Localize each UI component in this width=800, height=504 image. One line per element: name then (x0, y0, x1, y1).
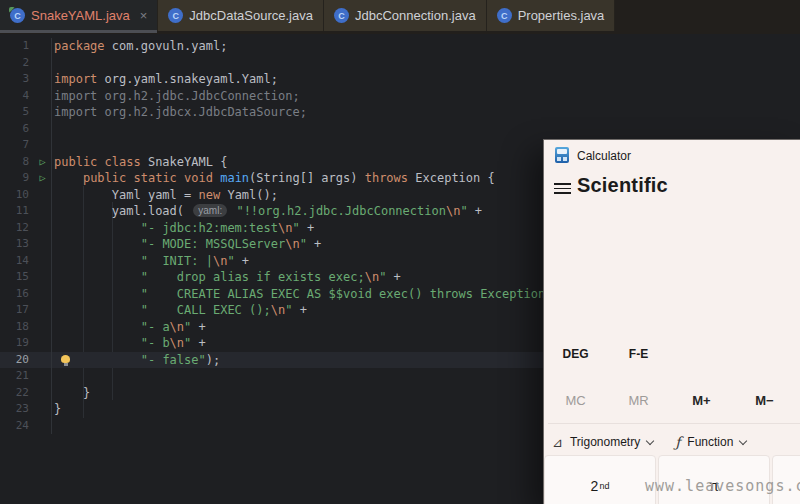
gutter-glyph (34, 203, 51, 220)
tab-jdbcconnection-java[interactable]: CJdbcConnection.java (324, 0, 487, 31)
class-icon: C (334, 8, 349, 23)
chevron-down-icon (739, 436, 747, 444)
tab-label: Properties.java (518, 8, 605, 23)
memory-button-mc: MC (544, 393, 607, 408)
gutter-glyph (34, 121, 51, 138)
code-line-5[interactable]: 5import org.h2.jdbcx.JdbcDataSource; (0, 104, 800, 121)
gutter-glyph (34, 88, 51, 105)
memory-button-m[interactable]: M+ (670, 393, 733, 408)
class-icon: C (497, 8, 512, 23)
calculator-app-icon (555, 147, 569, 163)
close-icon[interactable]: × (140, 9, 148, 22)
line-number: 6 (0, 121, 34, 138)
hamburger-menu-icon[interactable] (554, 183, 571, 194)
gutter-glyph (34, 220, 51, 237)
calculator-window: Calculator Scientific DEG F-E MCMRM+M− ⊿… (543, 139, 800, 504)
code-text (51, 55, 800, 72)
code-text: package com.govuln.yaml; (51, 38, 800, 55)
triangle-icon: ⊿ (552, 435, 563, 450)
code-line-6[interactable]: 6 (0, 121, 800, 138)
inlay-hint: yaml: (193, 204, 227, 217)
line-number: 4 (0, 88, 34, 105)
code-line-1[interactable]: 1package com.govuln.yaml; (0, 38, 800, 55)
gutter-glyph (34, 269, 51, 286)
line-number: 3 (0, 71, 34, 88)
gutter-glyph (34, 253, 51, 270)
key-2nd[interactable]: 2nd (544, 455, 656, 504)
line-number: 24 (0, 418, 34, 435)
chevron-down-icon (646, 436, 654, 444)
gutter-glyph (34, 319, 51, 336)
line-number: 18 (0, 319, 34, 336)
code-text: import org.yaml.snakeyaml.Yaml; (51, 71, 800, 88)
gutter-glyph (34, 352, 51, 369)
line-number: 2 (0, 55, 34, 72)
line-number: 9 (0, 170, 34, 187)
line-number: 16 (0, 286, 34, 303)
gutter-glyph (34, 368, 51, 385)
dropdown-label: Function (687, 435, 733, 449)
line-number: 23 (0, 401, 34, 418)
calculator-window-title: Calculator (577, 149, 631, 163)
gutter-glyph (34, 286, 51, 303)
tab-label: JdbcDataSource.java (189, 8, 313, 23)
dropdown-label: Trigonometry (570, 435, 640, 449)
line-number: 14 (0, 253, 34, 270)
memory-button-mr: MR (607, 393, 670, 408)
line-number: 12 (0, 220, 34, 237)
watermark-text: www.leavesongs.com (645, 477, 800, 495)
gutter-glyph (34, 236, 51, 253)
tab-properties-java[interactable]: CProperties.java (487, 0, 616, 31)
code-line-3[interactable]: 3import org.yaml.snakeyaml.Yaml; (0, 71, 800, 88)
gutter-glyph (34, 187, 51, 204)
code-line-4[interactable]: 4import org.h2.jdbc.JdbcConnection; (0, 88, 800, 105)
line-number: 17 (0, 302, 34, 319)
code-line-2[interactable]: 2 (0, 55, 800, 72)
tab-snakeyaml-java[interactable]: CSnakeYAML.java× (0, 0, 158, 31)
line-number: 13 (0, 236, 34, 253)
memory-button-m[interactable]: M− (733, 393, 796, 408)
line-number: 20 (0, 352, 34, 369)
calculator-mode-title: Scientific (577, 174, 668, 197)
run-icon[interactable]: ▷ (34, 170, 51, 187)
line-number: 8 (0, 154, 34, 171)
gutter-glyph (34, 418, 51, 435)
gutter-glyph (34, 385, 51, 402)
code-text: import org.h2.jdbcx.JdbcDataSource; (51, 104, 800, 121)
intention-bulb-icon[interactable] (61, 355, 70, 363)
line-number: 11 (0, 203, 34, 220)
gutter-glyph (34, 55, 51, 72)
line-number: 7 (0, 137, 34, 154)
tab-jdbcdatasource-java[interactable]: CJdbcDataSource.java (158, 0, 324, 31)
divider (548, 423, 800, 424)
line-number: 15 (0, 269, 34, 286)
run-icon[interactable]: ▷ (34, 154, 51, 171)
tab-label: JdbcConnection.java (355, 8, 476, 23)
line-number: 1 (0, 38, 34, 55)
line-number: 21 (0, 368, 34, 385)
editor-tab-strip: CSnakeYAML.java×CJdbcDataSource.javaCJdb… (0, 0, 800, 34)
gutter-glyph (34, 38, 51, 55)
code-text: import org.h2.jdbc.JdbcConnection; (51, 88, 800, 105)
trigonometry-dropdown[interactable]: ⊿Trigonometry (552, 435, 653, 450)
gutter-glyph (34, 335, 51, 352)
gutter-glyph (34, 401, 51, 418)
code-text (51, 121, 800, 138)
class-icon: C (168, 8, 183, 23)
fe-button[interactable]: F-E (607, 347, 670, 361)
function-dropdown[interactable]: ƒFunction (675, 434, 746, 450)
angle-fe-row: DEG F-E (544, 347, 670, 361)
gutter-glyph (34, 71, 51, 88)
gutter-glyph (34, 302, 51, 319)
memory-button-row: MCMRM+M− (544, 393, 796, 408)
function-dropdown-row: ⊿TrigonometryƒFunction (552, 434, 746, 450)
gutter-glyph (34, 137, 51, 154)
runnable-class-icon: C (10, 8, 25, 23)
line-number: 19 (0, 335, 34, 352)
line-number: 22 (0, 385, 34, 402)
line-number: 5 (0, 104, 34, 121)
angle-unit-button[interactable]: DEG (544, 347, 607, 361)
function-icon: ƒ (675, 434, 680, 450)
tab-label: SnakeYAML.java (31, 8, 130, 23)
gutter-glyph (34, 104, 51, 121)
